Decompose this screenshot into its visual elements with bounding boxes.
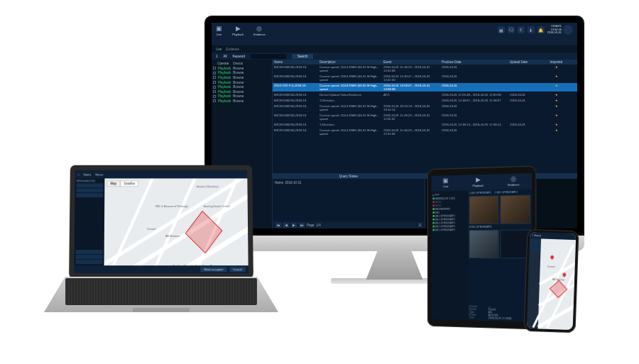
side-field[interactable]: [76, 250, 103, 254]
toolbar-group: 1: [216, 55, 218, 58]
nav-evidence[interactable]: ◎Evidence: [253, 25, 265, 36]
star-icon[interactable]: ★: [555, 99, 558, 102]
accept-button[interactable]: Mark accepted: [201, 267, 226, 272]
live-icon: ▣: [443, 177, 449, 184]
map-tab-map[interactable]: Map: [106, 180, 120, 187]
back-icon[interactable]: ‹: [532, 234, 532, 237]
star-icon[interactable]: ★: [555, 93, 558, 96]
table-row[interactable]: 80CE1506D34-2018.10.Device Upload Video …: [273, 92, 577, 98]
laptop-tab-home[interactable]: Home: [84, 172, 92, 176]
keyword-input[interactable]: [251, 54, 286, 59]
playback-icon: ▶: [476, 176, 481, 183]
page-prev-icon[interactable]: ◀: [283, 223, 289, 228]
tnav-evidence[interactable]: ◎Evidence: [508, 175, 519, 187]
side-item[interactable]: [530, 240, 540, 243]
search-button[interactable]: Search: [292, 54, 313, 59]
video-tile-3[interactable]: [469, 230, 499, 258]
device-row[interactable]: PlaybackBrowse: [213, 89, 271, 94]
table-row[interactable]: 80CE1506D34-2018.10.Current speed: 104.4…: [273, 65, 577, 74]
table-row[interactable]: 80CE1506D34-2018.10.Current speed: 104.4…: [273, 128, 577, 137]
table-row[interactable]: 80CE1506D34-2018.10.Y-Direction 2018-10-…: [273, 122, 577, 128]
laptop-sidebar: OPS-999117D1: [74, 178, 104, 265]
tnav-evidence-label: Evidence: [508, 183, 519, 187]
bell-icon[interactable]: 🔔: [537, 26, 545, 33]
map-poi: NEC & Museum of Pittsburgh: [155, 205, 188, 208]
table-row[interactable]: 80CE1506D34-2018.10.Current speed: 104.4…: [273, 113, 577, 122]
layers-icon[interactable]: ≡: [518, 26, 525, 33]
device-row[interactable]: PlaybackBrowse: [213, 75, 271, 80]
tab-evidence[interactable]: Evidence: [226, 48, 239, 51]
topbar-right: ▦ 🖵 ≡ ⬇ 🔔 CEIAOL13:34:462018-10-31: [498, 25, 573, 35]
map-canvas[interactable]: Map Satellite Minetta's Waterfront NEC &…: [104, 178, 248, 265]
nav-playback[interactable]: ▶Playback: [232, 25, 244, 36]
cancel-button[interactable]: Cancel: [229, 267, 246, 272]
map-marker-icon[interactable]: [550, 255, 555, 260]
device-row[interactable]: PlaybackBrowse: [213, 71, 271, 76]
map-poi: Banking District Central: [204, 205, 230, 208]
star-icon[interactable]: ★: [555, 114, 558, 117]
device-row[interactable]: PlaybackBrowse: [213, 84, 271, 89]
tab-live[interactable]: Live: [216, 48, 222, 51]
nav-live[interactable]: ▣Live: [216, 25, 222, 36]
video-tile-2[interactable]: [500, 195, 530, 224]
laptop-topbar: ‹ Home Fence: [75, 170, 248, 179]
table-row[interactable]: 80CE1506D34-2018.10.Current speed: 108.4…: [273, 74, 577, 83]
grid-icon[interactable]: ▦: [498, 26, 505, 33]
tree-node[interactable]: 001 UPR005MP1: [432, 228, 466, 231]
nav-playback-label: Playback: [232, 33, 244, 36]
side-field[interactable]: [76, 193, 103, 197]
video-tile-1[interactable]: [469, 195, 499, 224]
col-upload: Upload Date: [508, 60, 535, 65]
device-row[interactable]: PlaybackBrowse: [213, 99, 271, 104]
page-next-icon[interactable]: ▶: [291, 223, 297, 228]
tnav-playback[interactable]: ▶Playback: [473, 176, 484, 187]
user-box[interactable]: CEIAOL13:34:462018-10-31: [547, 25, 573, 35]
side-field[interactable]: [75, 260, 102, 264]
phone-title: Fence: [534, 234, 541, 237]
map-type-tabs: Map Satellite: [106, 180, 138, 187]
table-row[interactable]: 80CE1506D34-2018.10.Current speed: 104.4…: [273, 104, 577, 113]
star-icon[interactable]: ★: [555, 84, 558, 87]
avatar: [563, 25, 573, 35]
device-row[interactable]: PlaybackBrowse: [213, 94, 271, 99]
laptop-device[interactable]: OPS-999117D1: [77, 180, 104, 182]
status-dot-icon: [432, 201, 435, 203]
star-icon[interactable]: ★: [555, 104, 558, 108]
feed-label-2: 2 001 UPR005MP.2: [494, 191, 518, 194]
star-icon[interactable]: ★: [555, 75, 558, 78]
download-icon[interactable]: ⬇: [528, 26, 535, 33]
side-item[interactable]: [530, 248, 540, 252]
side-item[interactable]: [530, 244, 540, 248]
evidence-table: Name Description Event Produce Date Uplo…: [273, 60, 577, 173]
feed-label-3: 3 001 UPR005MP3: [469, 226, 492, 228]
side-field[interactable]: [75, 255, 102, 259]
tablet-app: ▣Live ▶Playback ◎Evidence ▸ root 00089(1…: [432, 173, 532, 322]
tnav-live[interactable]: ▣Live: [443, 177, 449, 188]
pager-current: 1/4: [317, 224, 321, 227]
table-row[interactable]: OS217DD P-0-2018.10.Current speed: 104.8…: [273, 83, 577, 92]
table-row[interactable]: 80CE1506D34-2018.10.Y-Direction 2018-10-…: [273, 98, 577, 104]
laptop-tab-fence[interactable]: Fence: [95, 172, 103, 176]
page-last-icon[interactable]: ⏭: [299, 223, 305, 228]
tablet: ▣Live ▶Playback ◎Evidence ▸ root 00089(1…: [427, 166, 536, 330]
col-name: Name: [273, 60, 318, 65]
toolbar: 1 All Keyword Search: [212, 53, 577, 60]
device-row[interactable]: PlaybackBrowse: [213, 80, 271, 85]
col-desc: Description: [318, 60, 382, 65]
col-event: Event: [382, 60, 440, 65]
monitor-icon[interactable]: 🖵: [508, 26, 515, 33]
map-marker-icon[interactable]: [562, 272, 567, 277]
evidence-icon: ◎: [256, 25, 262, 32]
toolbar-all[interactable]: All: [224, 55, 227, 58]
laptop: ‹ Home Fence OPS-999117D1 Map: [44, 165, 278, 324]
back-icon[interactable]: ‹: [78, 172, 80, 177]
star-icon[interactable]: ★: [555, 65, 558, 69]
star-icon[interactable]: ★: [555, 123, 558, 126]
star-icon[interactable]: ★: [555, 128, 558, 132]
toolbar-keyword-label: Keyword: [233, 55, 246, 58]
side-field[interactable]: [77, 183, 104, 187]
device-row[interactable]: PlaybackBrowse: [213, 66, 271, 71]
nav-evidence-label: Evidence: [253, 33, 265, 36]
side-field[interactable]: [76, 188, 103, 192]
map-tab-satellite[interactable]: Satellite: [120, 180, 138, 187]
